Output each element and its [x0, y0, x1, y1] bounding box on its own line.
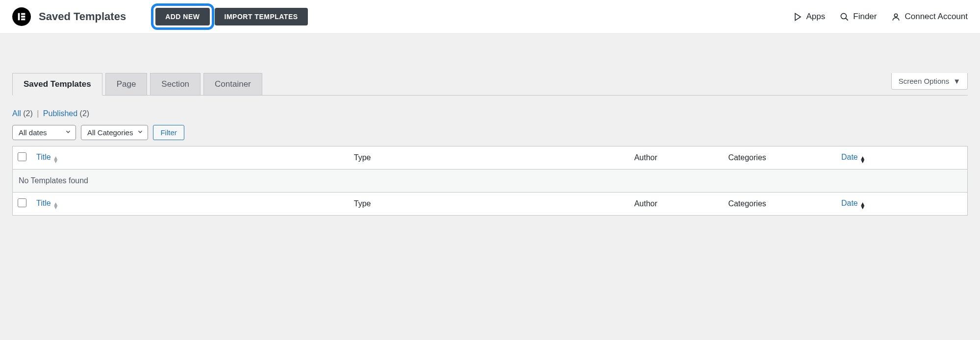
dates-select[interactable]: All dates — [12, 125, 76, 140]
svg-line-5 — [846, 18, 848, 20]
column-date[interactable]: Date▲▼ — [836, 146, 968, 170]
screen-options-toggle[interactable]: Screen Options ▼ — [891, 73, 968, 90]
dates-select-value: All dates — [19, 128, 47, 137]
svg-rect-2 — [21, 16, 25, 18]
sort-icon: ▲▼ — [53, 202, 59, 209]
svg-rect-1 — [21, 13, 25, 15]
tabs-nav: Saved Templates Page Section Container — [12, 73, 968, 96]
chevron-down-icon — [137, 128, 144, 137]
select-all-checkbox[interactable] — [18, 152, 26, 161]
sort-icon: ▲▼ — [860, 156, 866, 163]
import-templates-button[interactable]: IMPORT TEMPLATES — [215, 8, 308, 25]
templates-table: Title▲▼ Type Author Categories Date▲▼ No… — [12, 146, 968, 216]
column-type: Type — [349, 146, 629, 170]
empty-message: No Templates found — [13, 170, 968, 193]
sort-icon: ▲▼ — [860, 202, 866, 209]
column-title-footer[interactable]: Title▲▼ — [31, 193, 349, 216]
chevron-down-icon: ▼ — [953, 77, 960, 85]
select-all-footer — [13, 193, 32, 216]
column-title-label-footer: Title — [36, 199, 51, 207]
filter-bar: All dates All Categories Filter — [12, 125, 968, 140]
filter-all-count: (2) — [23, 109, 33, 118]
svg-point-4 — [841, 13, 847, 19]
column-date-footer[interactable]: Date▲▼ — [836, 193, 968, 216]
categories-select[interactable]: All Categories — [81, 125, 148, 140]
finder-label: Finder — [853, 12, 877, 22]
column-author-footer: Author — [629, 193, 724, 216]
categories-select-value: All Categories — [87, 128, 133, 137]
apps-icon — [793, 12, 803, 22]
filter-published-count: (2) — [80, 109, 90, 118]
svg-point-6 — [895, 14, 898, 17]
column-date-label-footer: Date — [841, 199, 858, 207]
select-all-header — [13, 146, 32, 170]
tab-saved-templates[interactable]: Saved Templates — [12, 73, 102, 96]
connect-account-link[interactable]: Connect Account — [891, 12, 968, 22]
filter-button[interactable]: Filter — [153, 125, 184, 140]
column-title[interactable]: Title▲▼ — [31, 146, 349, 170]
table-empty-row: No Templates found — [13, 170, 968, 193]
user-icon — [891, 12, 901, 22]
chevron-down-icon — [65, 128, 72, 137]
table-header-row: Title▲▼ Type Author Categories Date▲▼ — [13, 146, 968, 170]
sort-icon: ▲▼ — [53, 156, 59, 163]
column-categories: Categories — [723, 146, 836, 170]
tab-section[interactable]: Section — [150, 73, 201, 96]
elementor-logo — [12, 7, 31, 26]
status-filter-links: All (2) | Published (2) — [12, 109, 968, 118]
filter-all-link[interactable]: All — [12, 109, 21, 118]
add-new-button[interactable]: ADD NEW — [155, 8, 209, 25]
search-icon — [840, 12, 849, 22]
tab-container[interactable]: Container — [203, 73, 262, 96]
apps-link[interactable]: Apps — [793, 12, 826, 22]
column-categories-footer: Categories — [723, 193, 836, 216]
tab-page[interactable]: Page — [105, 73, 148, 96]
page-header: Saved Templates ADD NEW IMPORT TEMPLATES… — [0, 0, 980, 34]
column-date-label: Date — [841, 153, 858, 161]
svg-rect-3 — [21, 19, 25, 21]
column-type-footer: Type — [349, 193, 629, 216]
header-right: Apps Finder Connect Account — [793, 12, 968, 22]
finder-link[interactable]: Finder — [840, 12, 877, 22]
column-title-label: Title — [36, 153, 51, 161]
table-footer-row: Title▲▼ Type Author Categories Date▲▼ — [13, 193, 968, 216]
page-title: Saved Templates — [39, 10, 126, 23]
column-author: Author — [629, 146, 724, 170]
apps-label: Apps — [806, 12, 826, 22]
screen-options-label: Screen Options — [899, 77, 949, 85]
svg-rect-0 — [18, 13, 20, 21]
filter-published-link[interactable]: Published — [43, 109, 77, 118]
connect-label: Connect Account — [905, 12, 968, 22]
separator: | — [37, 109, 39, 118]
select-all-checkbox-footer[interactable] — [18, 198, 26, 207]
content-area: Screen Options ▼ Saved Templates Page Se… — [0, 73, 980, 228]
